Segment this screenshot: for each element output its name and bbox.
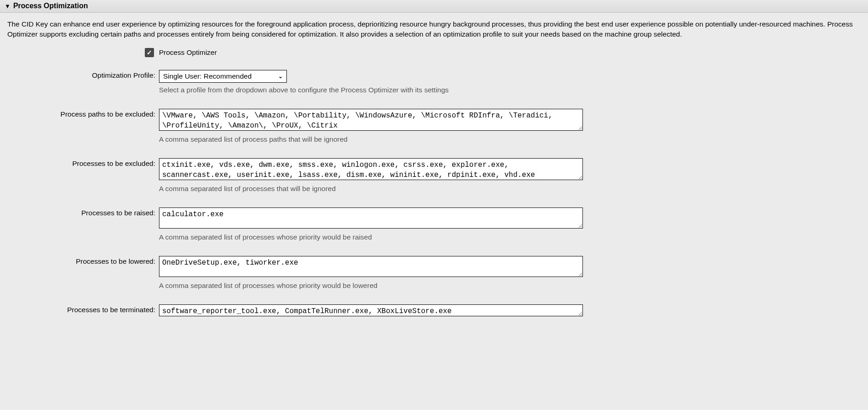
procs-terminated-label: Processes to be terminated: — [7, 304, 159, 314]
optimization-profile-label: Optimization Profile: — [7, 70, 159, 80]
procs-raised-input[interactable] — [159, 208, 583, 229]
procs-excluded-label: Processes to be excluded: — [7, 158, 159, 168]
procs-terminated-row: Processes to be terminated: — [7, 304, 861, 318]
procs-lowered-row: Processes to be lowered: A comma separat… — [7, 256, 861, 304]
procs-excluded-input[interactable] — [159, 158, 583, 180]
process-optimizer-checkbox-label: Process Optimizer — [159, 48, 217, 57]
panel-title: Process Optimization — [13, 2, 88, 10]
panel-body: The CID Key can enhance end user experie… — [0, 13, 868, 323]
paths-excluded-row: Process paths to be excluded: A comma se… — [7, 109, 861, 157]
procs-excluded-row: Processes to be excluded: A comma separa… — [7, 158, 861, 207]
paths-excluded-input[interactable] — [159, 109, 583, 131]
paths-excluded-hint: A comma separated list of process paths … — [159, 135, 583, 144]
process-optimizer-checkbox-row: ✓ Process Optimizer — [7, 48, 861, 57]
optimization-profile-row: Optimization Profile: Single User: Recom… — [7, 70, 861, 108]
optimization-profile-select[interactable]: Single User: Recommended ⌄ — [159, 70, 287, 83]
process-optimizer-checkbox[interactable]: ✓ — [145, 48, 154, 57]
procs-raised-hint: A comma separated list of processes whos… — [159, 233, 583, 241]
panel-header[interactable]: ▼ Process Optimization — [0, 0, 868, 13]
paths-excluded-label: Process paths to be excluded: — [7, 109, 159, 118]
procs-raised-row: Processes to be raised: A comma separate… — [7, 208, 861, 255]
procs-excluded-hint: A comma separated list of processes that… — [159, 185, 583, 193]
procs-lowered-input[interactable] — [159, 256, 583, 277]
description-text: The CID Key can enhance end user experie… — [7, 19, 861, 40]
procs-lowered-label: Processes to be lowered: — [7, 256, 159, 266]
chevron-down-icon: ⌄ — [278, 73, 283, 80]
procs-raised-label: Processes to be raised: — [7, 208, 159, 217]
procs-terminated-input[interactable] — [159, 304, 583, 316]
collapse-triangle-icon[interactable]: ▼ — [5, 3, 11, 9]
procs-lowered-hint: A comma separated list of processes whos… — [159, 282, 583, 290]
checkmark-icon: ✓ — [147, 49, 152, 56]
optimization-profile-hint: Select a profile from the dropdown above… — [159, 86, 583, 94]
optimization-profile-value: Single User: Recommended — [163, 72, 252, 80]
